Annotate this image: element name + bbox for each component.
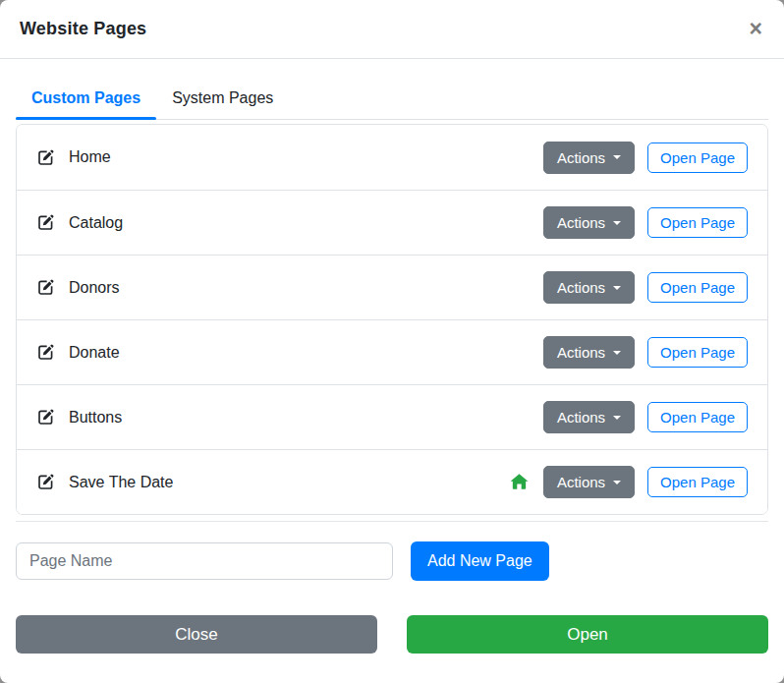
page-row: Home Actions Open Page xyxy=(17,125,767,190)
modal-title: Website Pages xyxy=(20,19,146,39)
open-page-button[interactable]: Open Page xyxy=(647,207,748,238)
open-page-button[interactable]: Open Page xyxy=(647,467,748,497)
add-new-page-button[interactable]: Add New Page xyxy=(411,541,549,581)
page-name: Home xyxy=(69,148,111,166)
page-name: Buttons xyxy=(69,409,122,427)
page-row: Donate Actions Open Page xyxy=(17,319,767,384)
website-pages-modal: Website Pages × Custom Pages System Page… xyxy=(0,0,784,683)
page-row: Donors Actions Open Page xyxy=(17,255,767,319)
actions-dropdown-button[interactable]: Actions xyxy=(543,466,635,498)
actions-label: Actions xyxy=(557,279,605,296)
pages-list: Home Actions Open Page Catalog xyxy=(16,124,768,515)
divider xyxy=(16,521,768,522)
edit-icon[interactable] xyxy=(36,213,55,232)
page-row: Catalog Actions Open Page xyxy=(17,190,767,255)
row-actions: Actions Open Page xyxy=(543,206,748,239)
row-actions: Actions Open Page xyxy=(543,271,748,304)
modal-footer: Close Open xyxy=(0,615,784,654)
actions-label: Actions xyxy=(557,344,605,361)
row-actions: Actions Open Page xyxy=(543,142,748,174)
add-page-row: Add New Page xyxy=(16,541,768,581)
row-actions: Actions Open Page xyxy=(508,466,748,498)
open-page-button[interactable]: Open Page xyxy=(647,402,748,432)
row-actions: Actions Open Page xyxy=(543,401,748,433)
page-name: Catalog xyxy=(69,214,123,232)
open-page-button[interactable]: Open Page xyxy=(647,337,748,368)
page-name: Donors xyxy=(69,279,120,297)
row-actions: Actions Open Page xyxy=(543,336,748,369)
page-row: Buttons Actions Open Page xyxy=(17,384,767,449)
edit-icon[interactable] xyxy=(36,343,55,362)
tab-system-pages[interactable]: System Pages xyxy=(156,81,289,119)
close-icon[interactable]: × xyxy=(748,18,764,40)
open-page-button[interactable]: Open Page xyxy=(647,272,748,303)
open-page-button[interactable]: Open Page xyxy=(647,142,748,173)
actions-dropdown-button[interactable]: Actions xyxy=(543,401,635,433)
edit-icon[interactable] xyxy=(36,473,55,491)
close-button[interactable]: Close xyxy=(16,615,377,654)
page-name: Donate xyxy=(69,344,120,362)
page-name: Save The Date xyxy=(69,474,173,491)
actions-dropdown-button[interactable]: Actions xyxy=(543,142,635,174)
open-button[interactable]: Open xyxy=(407,615,768,654)
page-name-input[interactable] xyxy=(16,542,393,580)
caret-down-icon xyxy=(613,286,621,290)
caret-down-icon xyxy=(613,416,621,420)
actions-dropdown-button[interactable]: Actions xyxy=(543,336,635,369)
modal-body: Custom Pages System Pages Home Actions O… xyxy=(0,59,784,581)
caret-down-icon xyxy=(613,481,621,484)
caret-down-icon xyxy=(613,351,621,355)
actions-label: Actions xyxy=(557,409,605,426)
page-row: Save The Date Actions Open Page xyxy=(17,449,767,514)
caret-down-icon xyxy=(613,221,621,225)
tab-custom-pages[interactable]: Custom Pages xyxy=(16,81,156,119)
modal-header: Website Pages × xyxy=(0,0,784,59)
caret-down-icon xyxy=(613,155,621,159)
actions-dropdown-button[interactable]: Actions xyxy=(543,206,635,239)
actions-label: Actions xyxy=(557,214,605,231)
edit-icon[interactable] xyxy=(36,148,55,167)
edit-icon[interactable] xyxy=(36,278,55,297)
actions-dropdown-button[interactable]: Actions xyxy=(543,271,635,304)
actions-label: Actions xyxy=(557,149,605,166)
edit-icon[interactable] xyxy=(36,408,55,427)
actions-label: Actions xyxy=(557,474,605,490)
tab-bar: Custom Pages System Pages xyxy=(16,81,768,120)
home-icon xyxy=(508,472,531,492)
